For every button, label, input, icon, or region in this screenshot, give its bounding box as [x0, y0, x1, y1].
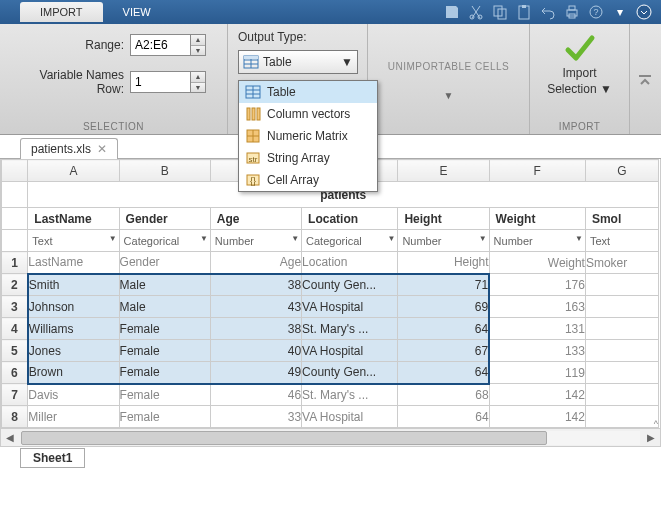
cell[interactable] [585, 406, 658, 428]
cell[interactable]: 46 [210, 384, 301, 406]
row-header[interactable]: 3 [2, 296, 28, 318]
cell[interactable]: Male [119, 296, 210, 318]
cell[interactable] [585, 274, 658, 296]
table-row[interactable]: 8MillerFemale33VA Hospital64142 [2, 406, 659, 428]
cell[interactable]: 142 [489, 384, 585, 406]
output-option-column-vectors[interactable]: Column vectors [239, 103, 377, 125]
row-header[interactable]: 5 [2, 340, 28, 362]
cell[interactable]: Smith [28, 274, 119, 296]
cell[interactable]: 33 [210, 406, 301, 428]
close-icon[interactable]: ✕ [97, 142, 107, 156]
table-row[interactable]: 3JohnsonMale43VA Hospital69163 [2, 296, 659, 318]
varnames-input[interactable] [130, 71, 190, 93]
cell[interactable]: 67 [398, 340, 489, 362]
var-name[interactable]: Smol [585, 208, 658, 230]
cell[interactable]: LastName [28, 252, 119, 274]
cell[interactable]: 71 [398, 274, 489, 296]
row-header[interactable]: 4 [2, 318, 28, 340]
cell[interactable]: 69 [398, 296, 489, 318]
var-type[interactable]: Text [585, 230, 658, 252]
cell[interactable]: St. Mary's ... [302, 318, 398, 340]
row-header[interactable]: 2 [2, 274, 28, 296]
cell[interactable]: 43 [210, 296, 301, 318]
paste-icon[interactable] [513, 1, 535, 23]
tab-import[interactable]: IMPORT [20, 2, 103, 22]
cell[interactable]: 40 [210, 340, 301, 362]
var-type[interactable]: Number▼ [489, 230, 585, 252]
cell[interactable] [585, 296, 658, 318]
checkmark-icon[interactable] [564, 32, 596, 64]
cell[interactable]: 38 [210, 274, 301, 296]
cell[interactable]: County Gen... [302, 274, 398, 296]
var-type[interactable]: Categorical▼ [302, 230, 398, 252]
cell[interactable]: Age [210, 252, 301, 274]
cell[interactable]: VA Hospital [302, 406, 398, 428]
table-row[interactable]: 5JonesFemale40VA Hospital67133 [2, 340, 659, 362]
output-type-dropdown[interactable]: Table ▼ [238, 50, 358, 74]
cell[interactable]: Height [398, 252, 489, 274]
output-option-table[interactable]: Table [239, 81, 377, 103]
range-input[interactable] [130, 34, 190, 56]
save-icon[interactable] [441, 1, 463, 23]
cell[interactable]: 119 [489, 362, 585, 384]
cell[interactable]: 131 [489, 318, 585, 340]
cut-icon[interactable] [465, 1, 487, 23]
cell[interactable]: County Gen... [302, 362, 398, 384]
output-option-numeric-matrix[interactable]: Numeric Matrix [239, 125, 377, 147]
col-header[interactable]: G [585, 160, 658, 182]
ribbon-collapse[interactable] [630, 24, 660, 134]
cell[interactable]: Weight [489, 252, 585, 274]
row-header[interactable]: 7 [2, 384, 28, 406]
cell[interactable]: Gender [119, 252, 210, 274]
varnames-spinner[interactable]: ▲▼ [190, 71, 206, 93]
cell[interactable]: VA Hospital [302, 340, 398, 362]
cell[interactable]: Female [119, 340, 210, 362]
app-menu-icon[interactable] [633, 1, 655, 23]
table-row[interactable]: 7DavisFemale46St. Mary's ...68142 [2, 384, 659, 406]
output-option-string-array[interactable]: str String Array [239, 147, 377, 169]
var-name[interactable]: Location [302, 208, 398, 230]
sheet-tab[interactable]: Sheet1 [20, 448, 85, 468]
var-name[interactable]: Height [398, 208, 489, 230]
copy-icon[interactable] [489, 1, 511, 23]
col-header[interactable]: F [489, 160, 585, 182]
col-header[interactable]: B [119, 160, 210, 182]
cell[interactable]: 176 [489, 274, 585, 296]
var-name[interactable]: LastName [28, 208, 119, 230]
data-grid[interactable]: A B C D E F G patients LastName Gender A… [1, 159, 659, 428]
cell[interactable]: Female [119, 318, 210, 340]
var-type[interactable]: Number▼ [210, 230, 301, 252]
help-icon[interactable]: ? [585, 1, 607, 23]
print-icon[interactable] [561, 1, 583, 23]
cell[interactable] [585, 318, 658, 340]
import-selection-button[interactable]: Import Selection ▼ [547, 66, 612, 97]
var-type[interactable]: Number▼ [398, 230, 489, 252]
var-name[interactable]: Gender [119, 208, 210, 230]
scroll-right-icon[interactable]: ▶ [642, 432, 660, 443]
cell[interactable]: 163 [489, 296, 585, 318]
cell[interactable]: Location [302, 252, 398, 274]
cell[interactable]: 142 [489, 406, 585, 428]
cell[interactable] [585, 340, 658, 362]
cell[interactable]: Jones [28, 340, 119, 362]
cell[interactable]: 38 [210, 318, 301, 340]
tab-view[interactable]: VIEW [103, 2, 171, 22]
undo-icon[interactable] [537, 1, 559, 23]
file-tab[interactable]: patients.xls ✕ [20, 138, 118, 159]
scroll-track[interactable] [21, 431, 640, 445]
cell[interactable]: Miller [28, 406, 119, 428]
cell[interactable] [585, 384, 658, 406]
cell[interactable]: 64 [398, 362, 489, 384]
cell[interactable]: Brown [28, 362, 119, 384]
scroll-left-icon[interactable]: ◀ [1, 432, 19, 443]
col-header[interactable]: E [398, 160, 489, 182]
cell[interactable]: VA Hospital [302, 296, 398, 318]
chevron-down-icon[interactable]: ▾ [609, 1, 631, 23]
cell[interactable]: St. Mary's ... [302, 384, 398, 406]
table-row[interactable]: 6BrownFemale49County Gen...64119 [2, 362, 659, 384]
cell[interactable]: Davis [28, 384, 119, 406]
cell[interactable] [585, 362, 658, 384]
cell[interactable]: Johnson [28, 296, 119, 318]
scroll-thumb[interactable] [21, 431, 547, 445]
horizontal-scrollbar[interactable]: ◀ ▶ [1, 428, 660, 446]
